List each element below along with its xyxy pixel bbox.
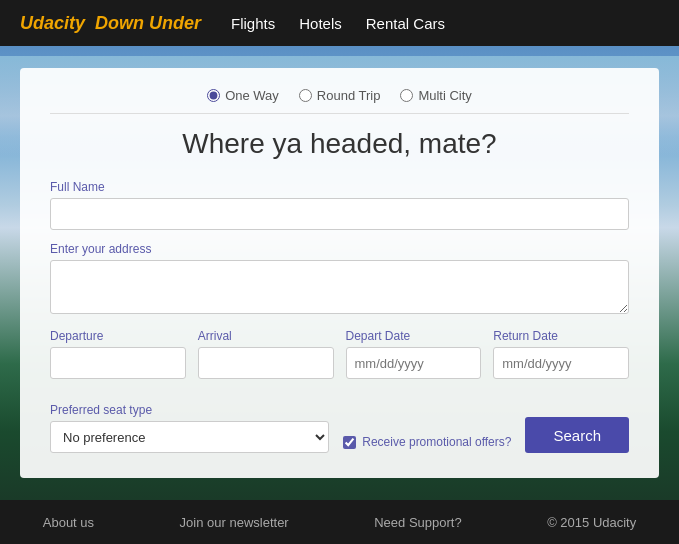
seat-select[interactable]: No preference Window Aisle Middle [50,421,329,453]
header: Udacity Down Under Flights Hotels Rental… [0,0,679,46]
full-name-group: Full Name [50,180,629,230]
depart-date-input[interactable] [346,347,482,379]
logo-plain: Udacity [20,13,85,33]
full-name-label: Full Name [50,180,629,194]
address-input[interactable] [50,260,629,314]
nav-hotels[interactable]: Hotels [299,15,342,32]
trip-type-one-way[interactable]: One Way [207,88,279,103]
footer-newsletter[interactable]: Join our newsletter [180,515,289,530]
address-group: Enter your address [50,242,629,317]
logo: Udacity Down Under [20,13,201,34]
footer-about[interactable]: About us [43,515,94,530]
arrival-group: Arrival [198,329,334,379]
address-label: Enter your address [50,242,629,256]
trip-type-round-trip-radio[interactable] [299,89,312,102]
seat-label: Preferred seat type [50,403,329,417]
promo-checkbox[interactable] [343,436,356,449]
return-date-group: Return Date [493,329,629,379]
departure-label: Departure [50,329,186,343]
departure-input[interactable] [50,347,186,379]
nav: Flights Hotels Rental Cars [231,15,445,32]
trip-type-selector: One Way Round Trip Multi City [50,88,629,114]
bottom-row: Preferred seat type No preference Window… [50,403,629,453]
return-date-input[interactable] [493,347,629,379]
nav-rental-cars[interactable]: Rental Cars [366,15,445,32]
arrival-label: Arrival [198,329,334,343]
logo-styled: Down Under [95,13,201,33]
nav-flights[interactable]: Flights [231,15,275,32]
depart-date-group: Depart Date [346,329,482,379]
return-date-label: Return Date [493,329,629,343]
promo-group: Receive promotional offers? [343,435,511,453]
depart-date-label: Depart Date [346,329,482,343]
trip-type-multi-city-radio[interactable] [400,89,413,102]
search-button[interactable]: Search [525,417,629,453]
arrival-input[interactable] [198,347,334,379]
departure-group: Departure [50,329,186,379]
flight-search-card: One Way Round Trip Multi City Where ya h… [20,68,659,478]
footer-copyright: © 2015 Udacity [547,515,636,530]
main-content: One Way Round Trip Multi City Where ya h… [0,46,679,500]
footer-support[interactable]: Need Support? [374,515,461,530]
trip-type-multi-city[interactable]: Multi City [400,88,471,103]
trip-type-round-trip[interactable]: Round Trip [299,88,381,103]
promo-label: Receive promotional offers? [362,435,511,449]
full-name-input[interactable] [50,198,629,230]
dates-row: Departure Arrival Depart Date Return Dat… [50,329,629,391]
form-heading: Where ya headed, mate? [50,128,629,160]
trip-type-one-way-radio[interactable] [207,89,220,102]
seat-group: Preferred seat type No preference Window… [50,403,329,453]
footer: About us Join our newsletter Need Suppor… [0,500,679,544]
